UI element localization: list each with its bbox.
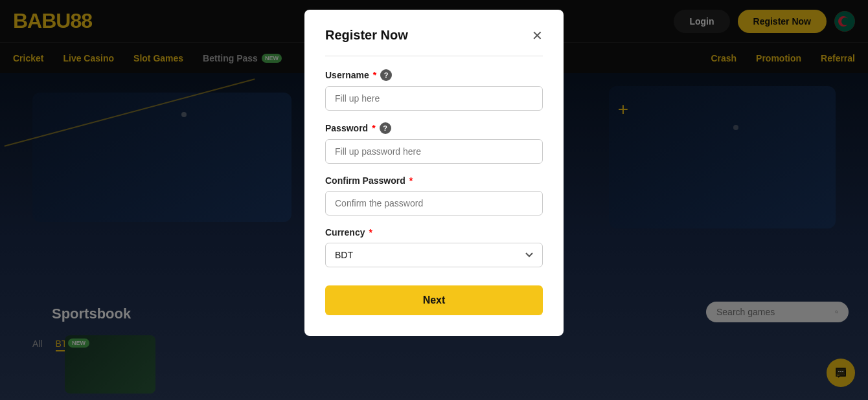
username-required: * [373,70,376,80]
currency-group: Currency * BDT USD EUR [325,227,543,267]
modal-header: Register Now ✕ [325,28,543,43]
close-button[interactable]: ✕ [532,29,543,42]
confirm-password-label: Confirm Password * [325,175,543,186]
confirm-password-input[interactable] [325,191,543,216]
currency-required: * [369,227,372,238]
password-required: * [372,123,375,133]
username-group: Username * ? [325,69,543,111]
modal-title: Register Now [325,28,408,43]
username-input[interactable] [325,86,543,111]
username-help-icon[interactable]: ? [380,69,392,81]
confirm-password-group: Confirm Password * [325,175,543,216]
register-modal: Register Now ✕ Username * ? Password * ? [304,10,564,336]
username-label: Username * ? [325,69,543,81]
password-group: Password * ? [325,122,543,164]
password-help-icon[interactable]: ? [380,122,391,134]
password-label: Password * ? [325,122,543,134]
modal-divider [325,56,543,56]
confirm-required: * [409,175,413,186]
currency-label: Currency * [325,227,543,238]
password-input[interactable] [325,139,543,164]
modal-overlay: Register Now ✕ Username * ? Password * ? [0,0,868,400]
currency-select[interactable]: BDT USD EUR [325,243,543,267]
next-button[interactable]: Next [325,285,543,315]
